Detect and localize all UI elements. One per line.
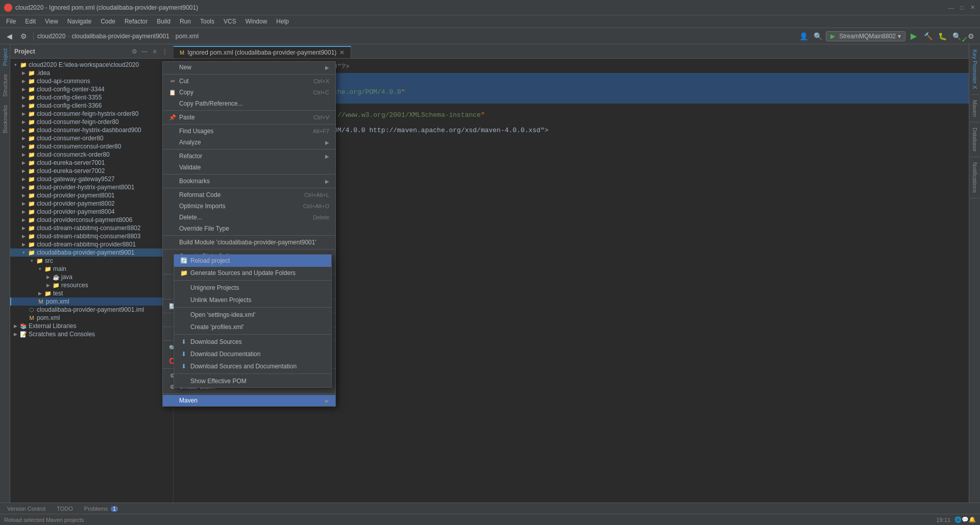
tree-item-src[interactable]: ▾ 📁 src — [10, 257, 173, 265]
build-button[interactable]: 🔨 — [922, 30, 934, 42]
cm-validate[interactable]: Validate — [163, 162, 335, 173]
tree-item-idea[interactable]: ▶ 📁 .idea — [10, 69, 173, 77]
tree-item-main[interactable]: ▾ 📁 main — [10, 265, 173, 273]
tree-item-stream-consumer8803[interactable]: ▶ 📁 cloud-stream-rabbitmq-consumer8803 — [10, 232, 173, 240]
maximize-button[interactable]: □ — [959, 4, 965, 11]
cm-new[interactable]: New ▶ — [163, 62, 335, 73]
breadcrumb-root[interactable]: cloud2020 — [37, 33, 65, 40]
toolbar-search[interactable]: 🔍 — [812, 30, 824, 42]
cm-reformat[interactable]: Reformat Code Ctrl+Alt+L — [163, 189, 335, 201]
cm-analyze[interactable]: Analyze ▶ — [163, 137, 335, 148]
tree-item-test[interactable]: ▶ 📁 test — [10, 289, 173, 297]
tree-item-alibaba9001[interactable]: ▾ 📁 cloudalibaba-provider-payment9001 — [10, 248, 173, 257]
tree-item-iml[interactable]: ⬡ cloudalibaba-provider-payment9001.iml — [10, 306, 173, 314]
submenu-download-docs[interactable]: ⬇ Download Documentation — [174, 348, 331, 360]
menu-window[interactable]: Window — [241, 17, 272, 26]
panel-collapse-btn[interactable]: — — [140, 47, 149, 56]
panel-settings-btn[interactable]: ⚙ — [130, 47, 138, 56]
panel-gear-btn[interactable]: ⋮ — [161, 47, 169, 56]
menu-code[interactable]: Code — [96, 17, 119, 26]
menu-file[interactable]: File — [2, 17, 20, 26]
tab-todo[interactable]: TODO — [52, 505, 78, 513]
tree-item-config-3355[interactable]: ▶ 📁 cloud-config-client-3355 — [10, 93, 173, 102]
minimize-button[interactable]: — — [948, 4, 954, 11]
tree-item-scratches[interactable]: ▶ 📝 Scratches and Consoles — [10, 330, 173, 338]
sidebar-tab-project[interactable]: Project — [1, 44, 10, 70]
run-button[interactable]: ▶ — [908, 30, 920, 42]
submenu-download-sources-docs[interactable]: ⬇ Download Sources and Documentation — [174, 360, 331, 372]
menu-view[interactable]: View — [41, 17, 62, 26]
menu-vcs[interactable]: VCS — [219, 17, 240, 26]
cm-copy[interactable]: 📋 Copy Ctrl+C — [163, 87, 335, 98]
cm-paste[interactable]: 📌 Paste Ctrl+V — [163, 112, 335, 123]
menu-refactor[interactable]: Refactor — [120, 17, 152, 26]
breadcrumb-file[interactable]: pom.xml — [176, 33, 199, 40]
tree-item-gateway[interactable]: ▶ 📁 cloud-gateway-gateway9527 — [10, 175, 173, 183]
submenu-reload-project[interactable]: 🔄 Reload project — [174, 255, 331, 267]
tree-item-consul-order[interactable]: ▶ 📁 cloud-consumerconsul-order80 — [10, 142, 173, 151]
sidebar-tab-structure[interactable]: Structure — [1, 70, 10, 101]
submenu-unlink-maven[interactable]: Unlink Maven Projects — [174, 294, 331, 306]
tree-item-feign-hystrix[interactable]: ▶ 📁 cloud-consumer-feign-hystrix-order80 — [10, 110, 173, 118]
menu-edit[interactable]: Edit — [21, 17, 40, 26]
tree-item-feign-order[interactable]: ▶ 📁 cloud-consumer-feign-order80 — [10, 118, 173, 126]
submenu-generate-sources[interactable]: 📁 Generate Sources and Update Folders — [174, 267, 331, 279]
run-config-dropdown[interactable]: ▶ StreamMQMain8802 ▾ — [826, 31, 905, 41]
tab-problems[interactable]: Problems 1 — [79, 505, 123, 513]
tree-item-payment8002[interactable]: ▶ 📁 cloud-provider-payment8002 — [10, 199, 173, 208]
tree-item-api-commons[interactable]: ▶ 📁 cloud-api-commons — [10, 77, 173, 85]
tree-item-consul-payment[interactable]: ▶ 📁 cloud-providerconsul-payment8006 — [10, 216, 173, 224]
cm-override-file-type[interactable]: Override File Type — [163, 223, 335, 234]
submenu-open-settings-idea[interactable]: Open 'settings-idea.xml' — [174, 309, 331, 321]
tree-item-consumer-order[interactable]: ▶ 📁 cloud-consumer-order80 — [10, 134, 173, 142]
menu-help[interactable]: Help — [272, 17, 293, 26]
submenu-download-sources[interactable]: ⬇ Download Sources — [174, 336, 331, 348]
breadcrumb-module[interactable]: cloudalibaba-provider-payment9001 — [71, 33, 169, 40]
tree-item-pom-xml[interactable]: M pom.xml — [10, 297, 173, 306]
tree-item-root[interactable]: ▾ 📁 cloud2020 E:\idea-workspace\cloud202… — [10, 61, 173, 69]
submenu-show-effective-pom[interactable]: Show Effective POM — [174, 375, 331, 387]
menu-run[interactable]: Run — [176, 17, 195, 26]
tree-item-config-3366[interactable]: ▶ 📁 cloud-config-client-3366 — [10, 102, 173, 110]
cm-maven[interactable]: Maven ▶ — [163, 395, 335, 406]
editor-tab-pom[interactable]: M Ignored pom.xml (cloudalibaba-provider… — [174, 46, 351, 58]
toolbar-back[interactable]: ◀ — [3, 30, 15, 42]
cm-refactor[interactable]: Refactor ▶ — [163, 151, 335, 162]
tree-item-eureka7001[interactable]: ▶ 📁 cloud-eureka-server7001 — [10, 159, 173, 167]
menu-build[interactable]: Build — [153, 17, 175, 26]
cm-build-module[interactable]: Build Module 'cloudalibaba-provider-paym… — [163, 237, 335, 248]
tree-item-stream-provider8801[interactable]: ▶ 📁 cloud-stream-rabbitmq-provider8801 — [10, 240, 173, 248]
tree-item-eureka7002[interactable]: ▶ 📁 cloud-eureka-server7002 — [10, 167, 173, 175]
menu-tools[interactable]: Tools — [196, 17, 218, 26]
tree-item-resources[interactable]: ▶ 📁 resources — [10, 281, 173, 289]
tree-item-config-3344[interactable]: ▶ 📁 cloud-config-center-3344 — [10, 85, 173, 93]
toolbar-settings[interactable]: ⚙ — [17, 30, 30, 42]
close-button[interactable]: ✕ — [969, 4, 976, 11]
cm-copy-path[interactable]: Copy Path/Reference... — [163, 98, 335, 109]
toolbar-profile[interactable]: 👤 — [797, 30, 810, 42]
tree-item-payment8001[interactable]: ▶ 📁 cloud-provider-payment8001 — [10, 191, 173, 199]
cm-bookmarks[interactable]: Bookmarks ▶ — [163, 176, 335, 187]
cm-delete[interactable]: Delete... Delete — [163, 212, 335, 223]
tree-item-zk-order[interactable]: ▶ 📁 cloud-consumerzk-order80 — [10, 151, 173, 159]
cm-find-usages[interactable]: Find Usages Alt+F7 — [163, 126, 335, 137]
right-tab-notifications[interactable]: Notifications — [970, 157, 979, 198]
tree-item-payment8004[interactable]: ▶ 📁 cloud-provider-payment8004 — [10, 208, 173, 216]
tree-item-stream-consumer8802[interactable]: ▶ 📁 cloud-stream-rabbitmq-consumer8802 — [10, 224, 173, 232]
tree-item-java[interactable]: ▶ ☕ java — [10, 273, 173, 281]
right-tab-maven[interactable]: Maven — [970, 95, 979, 122]
tree-item-hystrix-dash[interactable]: ▶ 📁 cloud-consumer-hystrix-dashboard900 — [10, 126, 173, 134]
menu-navigate[interactable]: Navigate — [63, 17, 95, 26]
submenu-unignore[interactable]: Unignore Projects — [174, 282, 331, 294]
submenu-create-profiles[interactable]: Create 'profiles.xml' — [174, 321, 331, 333]
panel-expand-btn[interactable]: ≡ — [151, 47, 159, 56]
debug-button[interactable]: 🐛 — [936, 30, 948, 42]
tree-item-hystrix-payment[interactable]: ▶ 📁 cloud-provider-hystrix-payment8001 — [10, 183, 173, 191]
tree-item-external-libs[interactable]: ▶ 📚 External Libraries — [10, 322, 173, 330]
cm-optimize-imports[interactable]: Optimize Imports Ctrl+Alt+O — [163, 201, 335, 212]
sidebar-tab-bookmarks[interactable]: Bookmarks — [1, 101, 10, 137]
tree-item-pom-root[interactable]: M pom.xml — [10, 314, 173, 322]
right-tab-key-promoter[interactable]: Key Promoter X — [970, 44, 979, 95]
cm-cut[interactable]: ✂ Cut Ctrl+X — [163, 76, 335, 87]
right-tab-database[interactable]: Database — [970, 122, 979, 157]
